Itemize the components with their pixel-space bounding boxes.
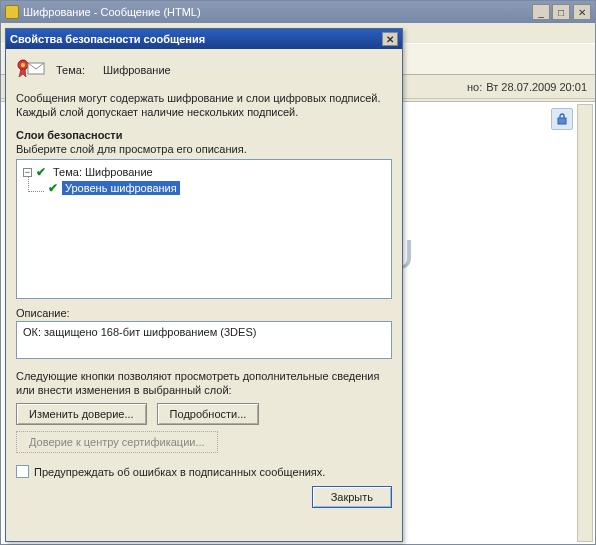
description-box: ОК: защищено 168-бит шифрованием (3DES): [16, 321, 392, 359]
svg-rect-7: [558, 118, 566, 124]
intro-text: Сообщения могут содержать шифрование и с…: [16, 91, 392, 119]
subject-row: Тема: Шифрование: [16, 57, 392, 83]
app-icon: [5, 5, 19, 19]
tree-root-row[interactable]: − ✔ Тема: Шифрование: [19, 164, 389, 180]
warn-checkbox[interactable]: [16, 465, 29, 478]
close-dialog-button[interactable]: Закрыть: [312, 486, 392, 508]
certificate-icon: [16, 57, 46, 83]
security-properties-dialog: Свойства безопасности сообщения ✕ Тема: …: [5, 28, 403, 542]
subject-label: Тема:: [56, 64, 85, 76]
tree-child-label: Уровень шифрования: [62, 181, 180, 195]
change-trust-label: Изменить доверие...: [29, 408, 134, 420]
details-button[interactable]: Подробности...: [157, 403, 260, 425]
subject-value: Шифрование: [103, 64, 171, 76]
button-hint-text: Следующие кнопки позволяют просмотреть д…: [16, 369, 392, 397]
check-icon: ✔: [48, 181, 58, 195]
dialog-close-button[interactable]: ✕: [382, 32, 398, 46]
warn-checkbox-label: Предупреждать об ошибках в подписанных с…: [34, 466, 325, 478]
dialog-titlebar: Свойства безопасности сообщения ✕: [6, 29, 402, 49]
security-layers-tree[interactable]: − ✔ Тема: Шифрование ✔ Уровень шифровани…: [16, 159, 392, 299]
details-label: Подробности...: [170, 408, 247, 420]
tree-connector: [28, 176, 44, 192]
layers-hint: Выберите слой для просмотра его описания…: [16, 143, 392, 155]
received-label: но:: [467, 81, 482, 93]
window-title: Шифрование - Сообщение (HTML): [23, 6, 532, 18]
svg-point-9: [21, 63, 25, 67]
dialog-title: Свойства безопасности сообщения: [10, 33, 382, 45]
lock-icon: [551, 108, 573, 130]
description-text: ОК: защищено 168-бит шифрованием (3DES): [23, 326, 256, 338]
warn-checkbox-row[interactable]: Предупреждать об ошибках в подписанных с…: [16, 465, 392, 478]
change-trust-button[interactable]: Изменить доверие...: [16, 403, 147, 425]
received-value: Вт 28.07.2009 20:01: [486, 81, 587, 93]
minimize-button[interactable]: _: [532, 4, 550, 20]
layers-heading: Слои безопасности: [16, 129, 392, 141]
ca-trust-button: Доверие к центру сертификации...: [16, 431, 218, 453]
scrollbar[interactable]: [577, 104, 593, 542]
description-label: Описание:: [16, 307, 392, 319]
close-dialog-label: Закрыть: [331, 491, 373, 503]
tree-child-row[interactable]: ✔ Уровень шифрования: [19, 180, 389, 196]
ca-trust-label: Доверие к центру сертификации...: [29, 436, 205, 448]
window-titlebar: Шифрование - Сообщение (HTML) _ □ ✕: [1, 1, 595, 23]
maximize-button[interactable]: □: [552, 4, 570, 20]
close-button[interactable]: ✕: [573, 4, 591, 20]
tree-root-label: Тема: Шифрование: [50, 165, 156, 179]
